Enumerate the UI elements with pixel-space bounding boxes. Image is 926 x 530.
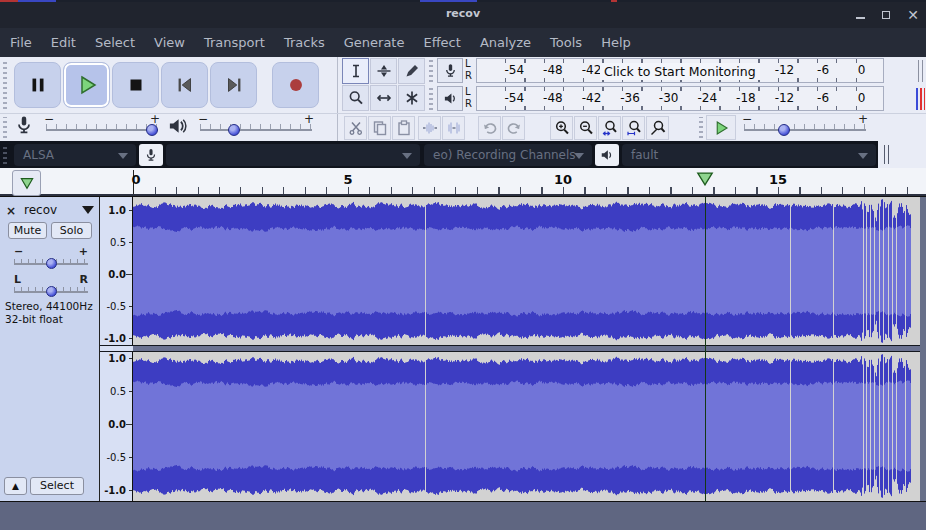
maximize-button[interactable]: [880, 8, 894, 22]
vruler-label: 0.0: [108, 269, 126, 280]
play-volume-track: [200, 129, 312, 131]
timeline-label-15: 15: [769, 172, 787, 187]
menu-help[interactable]: Help: [601, 35, 631, 50]
gain-thumb[interactable]: [46, 258, 57, 269]
playback-meter[interactable]: -54-48 -42-36 -30-24 -18-12 -60: [476, 86, 884, 111]
vruler-label: 0.5: [110, 386, 126, 397]
transport-toolbar-grip[interactable]: [3, 61, 7, 109]
zoom-to-selection-button[interactable]: [598, 116, 621, 140]
vruler-label: 1.0: [108, 205, 126, 216]
dock-grip-line: [918, 60, 919, 82]
trim-audio-button[interactable]: [418, 116, 441, 140]
audio-host-dropdown[interactable]: ALSA: [14, 144, 136, 166]
title-bar[interactable]: recov ✕: [0, 2, 926, 28]
timeline-label-5: 5: [343, 172, 352, 187]
play-at-speed-button[interactable]: [706, 115, 736, 140]
zoom-toggle-button[interactable]: [646, 116, 669, 140]
meter-play-grip[interactable]: [429, 88, 433, 110]
playback-speed-slider[interactable]: − +: [742, 115, 868, 137]
waveform-channel-left[interactable]: [133, 197, 920, 345]
track-close-button[interactable]: ×: [6, 204, 16, 218]
playback-device-icon-cell: [595, 144, 619, 166]
paste-button[interactable]: [392, 116, 415, 140]
track-select-button[interactable]: Select: [30, 477, 84, 495]
dock-grip-line-2: [922, 60, 923, 82]
time-shift-tool-button[interactable]: [370, 85, 397, 111]
speed-thumb[interactable]: [778, 124, 790, 136]
menu-tracks[interactable]: Tracks: [284, 35, 325, 50]
meter-record-grip[interactable]: [429, 60, 433, 82]
skip-to-end-button[interactable]: [210, 62, 257, 108]
undo-button[interactable]: [478, 116, 501, 140]
timeline-label-0: 0: [131, 172, 140, 187]
playhead-triangle[interactable]: [696, 171, 714, 186]
zoom-to-selection-icon: [602, 120, 618, 136]
track-control-panel[interactable]: × recov Mute Solo − + L R Stereo, 44100H…: [0, 197, 100, 501]
copy-button[interactable]: [368, 116, 391, 140]
zoom-in-button[interactable]: [550, 116, 573, 140]
menu-select[interactable]: Select: [95, 35, 135, 50]
minimize-button[interactable]: [854, 8, 868, 22]
play-speed-grip[interactable]: [699, 117, 703, 138]
track-name-dropdown[interactable]: recov: [24, 203, 57, 217]
playback-volume-slider[interactable]: − +: [198, 115, 314, 137]
device-toolbar-grip[interactable]: [3, 145, 7, 164]
recording-device-chevron-down-icon: [402, 153, 412, 159]
play-button[interactable]: [63, 62, 110, 108]
menu-edit[interactable]: Edit: [51, 35, 76, 50]
draw-tool-button[interactable]: [398, 58, 425, 84]
waveform-channel-right[interactable]: [133, 352, 920, 500]
cut-button[interactable]: [344, 116, 367, 140]
zoom-tool-button[interactable]: [342, 85, 369, 111]
record-meter-mic-button[interactable]: [437, 58, 463, 83]
play-volume-thumb[interactable]: [228, 124, 240, 136]
mixer-toolbar-grip[interactable]: [3, 117, 7, 138]
timeline-pin-button[interactable]: [12, 170, 41, 196]
play-meter-speaker-button[interactable]: [437, 86, 463, 111]
track-collapse-button[interactable]: ▲: [4, 477, 27, 495]
menu-view[interactable]: View: [154, 35, 185, 50]
menu-transport[interactable]: Transport: [204, 35, 265, 50]
record-volume-thumb[interactable]: [146, 124, 158, 136]
play-meter-left-label: L: [465, 86, 475, 98]
pan-thumb[interactable]: [46, 286, 57, 297]
playback-device-chevron-down-icon: [858, 153, 868, 159]
recording-volume-slider[interactable]: − +: [44, 115, 160, 137]
record-button[interactable]: [272, 62, 319, 108]
channel-divider[interactable]: [133, 345, 920, 352]
envelope-tool-icon: [376, 63, 392, 79]
pan-slider[interactable]: L R: [12, 277, 90, 297]
menu-tools[interactable]: Tools: [550, 35, 582, 50]
clip-indicator-red-2: [924, 88, 925, 110]
menu-file[interactable]: File: [10, 35, 32, 50]
redo-button[interactable]: [502, 116, 525, 140]
skip-to-start-button[interactable]: [161, 62, 208, 108]
multi-tool-button[interactable]: [398, 85, 425, 111]
pinned-play-head-icon: [19, 177, 35, 190]
recording-channels-dropdown[interactable]: eo) Recording Channels: [424, 144, 592, 166]
playhead-line: [705, 197, 706, 501]
menu-effect[interactable]: Effect: [423, 35, 460, 50]
pause-button[interactable]: [14, 62, 61, 108]
monitoring-overlay[interactable]: Click to Start Monitoring: [600, 63, 760, 80]
menu-analyze[interactable]: Analyze: [480, 35, 531, 50]
silence-audio-button[interactable]: [442, 116, 465, 140]
selection-tool-button[interactable]: [342, 58, 369, 84]
playback-device-value: fault: [631, 148, 658, 162]
track-menu-chevron-down-icon[interactable]: [82, 206, 94, 214]
solo-button[interactable]: Solo: [51, 222, 92, 239]
mute-button[interactable]: Mute: [8, 222, 47, 239]
device-dock-grip-line-2: [888, 145, 889, 164]
track-format-line2: 32-bit float: [5, 313, 63, 325]
playback-device-dropdown[interactable]: fault: [622, 144, 876, 166]
close-button[interactable]: ✕: [906, 8, 920, 22]
gain-slider[interactable]: − +: [12, 249, 90, 269]
envelope-tool-button[interactable]: [370, 58, 397, 84]
zoom-out-icon: [578, 120, 594, 136]
vertical-scrollbar[interactable]: [920, 197, 926, 501]
stop-button[interactable]: [112, 62, 159, 108]
menu-generate[interactable]: Generate: [344, 35, 405, 50]
recording-device-dropdown[interactable]: [166, 144, 420, 166]
fit-project-button[interactable]: [622, 116, 645, 140]
zoom-out-button[interactable]: [574, 116, 597, 140]
